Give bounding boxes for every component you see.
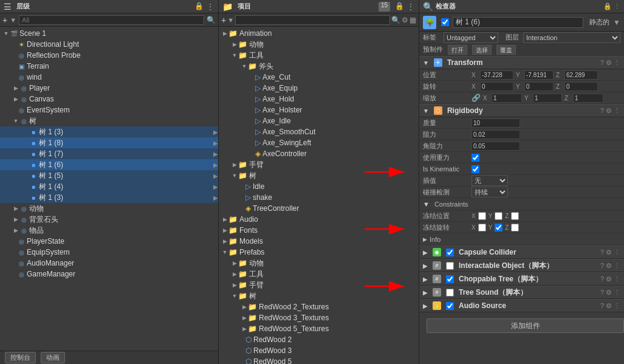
proj-axecut[interactable]: ▷ Axe_Cut bbox=[219, 72, 419, 83]
cc-checkbox[interactable] bbox=[446, 249, 454, 256]
console-btn[interactable]: 控制台 bbox=[5, 352, 36, 363]
kinematic-checkbox[interactable] bbox=[471, 165, 479, 173]
rot-y[interactable] bbox=[524, 82, 554, 91]
tree-item-equipsystem[interactable]: ◎ EquipSystem bbox=[0, 247, 218, 258]
proj-prefabs[interactable]: ▼ 📁 Prefabs bbox=[219, 247, 419, 258]
gravity-checkbox[interactable] bbox=[471, 154, 479, 162]
proj-treectrl[interactable]: ◈ TreeController bbox=[219, 203, 419, 214]
tree-item-1-7[interactable]: ■ 树 1 (7) ▶ bbox=[0, 148, 218, 159]
as-checkbox[interactable] bbox=[446, 302, 454, 310]
rigidbody-menu-icon[interactable]: ⋮ bbox=[614, 107, 620, 115]
tree-item-reflprobe[interactable]: ◎ Reflection Probe bbox=[0, 50, 218, 61]
treesound-header[interactable]: ▶ # Tree Sound（脚本） ? ⚙ ⋮ bbox=[419, 286, 624, 299]
proj-axesmooth[interactable]: ▷ Axe_SmoothCut bbox=[219, 126, 419, 137]
preset-open-btn[interactable]: 打开 bbox=[448, 45, 467, 55]
tree-item-1-3[interactable]: ■ 树 1 (3) ▶ bbox=[0, 126, 218, 137]
tree-item-canvas[interactable]: ▶ ◎ Canvas bbox=[0, 94, 218, 105]
interp-select[interactable]: 无 bbox=[471, 175, 508, 186]
proj-animation[interactable]: ▶ 📁 Animation bbox=[219, 28, 419, 39]
project-menu-icon[interactable]: ⋮ bbox=[406, 2, 415, 12]
add-component-button[interactable]: 添加组件 bbox=[427, 318, 624, 333]
proj-rw2tex[interactable]: ▶ 📁 RedWood 2_Textures bbox=[219, 301, 419, 312]
tree-item-wind[interactable]: ◎ wind bbox=[0, 72, 218, 83]
proj-tools[interactable]: ▼ 📁 工具 bbox=[219, 50, 419, 61]
tree-item-animals[interactable]: ▶ ◎ 动物 bbox=[0, 203, 218, 214]
pos-x[interactable] bbox=[480, 70, 513, 80]
preset-cover-btn[interactable]: 覆盖 bbox=[496, 45, 516, 55]
cc-menu-icon[interactable]: ⋮ bbox=[614, 249, 620, 256]
ts-checkbox[interactable] bbox=[446, 289, 454, 297]
proj-axeidle[interactable]: ▷ Axe_Idle bbox=[219, 115, 419, 126]
mass-input[interactable] bbox=[471, 118, 520, 128]
proj-prefabs-animals[interactable]: ▶ 📁 动物 bbox=[219, 258, 419, 269]
preset-select-btn[interactable]: 选择 bbox=[472, 45, 492, 55]
proj-axectrl[interactable]: ◈ AxeController bbox=[219, 148, 419, 159]
transform-help-icon[interactable]: ? bbox=[600, 59, 604, 67]
as-gear-icon[interactable]: ⚙ bbox=[606, 302, 612, 310]
proj-fonts[interactable]: ▶ 📁 Fonts bbox=[219, 225, 419, 236]
tree-item-1-6[interactable]: ■ 树 1 (6) ▶ bbox=[0, 159, 218, 170]
proj-axehold[interactable]: ▷ Axe_Hold bbox=[219, 94, 419, 105]
cc-help-icon[interactable]: ? bbox=[600, 249, 604, 256]
proj-rw5tex[interactable]: ▶ 📁 RedWood 5_Textures bbox=[219, 323, 419, 334]
hierarchy-search[interactable] bbox=[19, 15, 204, 25]
ct-checkbox[interactable] bbox=[446, 275, 454, 283]
scale-z[interactable] bbox=[573, 94, 603, 103]
as-help-icon[interactable]: ? bbox=[600, 302, 604, 310]
ct-help-icon[interactable]: ? bbox=[600, 275, 604, 283]
rot-z[interactable] bbox=[564, 82, 598, 91]
interactable-header[interactable]: ▶ # Interactable Object（脚本） ? ⚙ ⋮ bbox=[419, 259, 624, 272]
constraints-header[interactable]: ▼ Constraints bbox=[419, 198, 624, 210]
tree-item-1-5[interactable]: ■ 树 1 (5) ▶ bbox=[0, 170, 218, 181]
tree-item-1-4[interactable]: ■ 树 1 (4) ▶ bbox=[0, 181, 218, 192]
animation-btn[interactable]: 动画 bbox=[41, 352, 65, 363]
proj-axe[interactable]: ▼ 📁 斧头 bbox=[219, 61, 419, 72]
proj-prefabs-tree[interactable]: ▼ 📁 树 bbox=[219, 290, 419, 301]
layer-select[interactable]: Interaction bbox=[523, 32, 620, 43]
menu-icon[interactable]: ⋮ bbox=[206, 2, 214, 12]
io-checkbox[interactable] bbox=[446, 262, 454, 270]
proj-models[interactable]: ▶ 📁 Models bbox=[219, 236, 419, 247]
rigidbody-header[interactable]: ▼ ⬡ Rigidbody ? ⚙ ⋮ bbox=[419, 104, 624, 117]
freeze-pos-x[interactable] bbox=[478, 212, 486, 220]
object-name-field[interactable] bbox=[453, 17, 583, 28]
tree-item-audiomgr[interactable]: ◎ AudioManager bbox=[0, 258, 218, 269]
tree-item-scene1[interactable]: ▼ 🎬 Scene 1 bbox=[0, 28, 218, 39]
tree-item-playerstate[interactable]: ◎ PlayerState bbox=[0, 236, 218, 247]
proj-axeswing[interactable]: ▷ Axe_SwingLeft bbox=[219, 137, 419, 148]
proj-axeequip[interactable]: ▷ Axe_Equip bbox=[219, 83, 419, 94]
tree-item-dirlight[interactable]: ☀ Directional Light bbox=[0, 39, 218, 50]
ts-help-icon[interactable]: ? bbox=[600, 289, 604, 297]
io-gear-icon[interactable]: ⚙ bbox=[606, 262, 612, 270]
proj-idle[interactable]: ▷ Idle bbox=[219, 181, 419, 192]
tree-item-goods[interactable]: ▶ ◎ 物品 bbox=[0, 225, 218, 236]
freeze-rot-x[interactable] bbox=[478, 224, 486, 232]
proj-prefabs-tools[interactable]: ▶ 📁 工具 bbox=[219, 269, 419, 280]
transform-menu-icon[interactable]: ⋮ bbox=[614, 59, 620, 67]
ct-gear-icon[interactable]: ⚙ bbox=[606, 275, 612, 283]
ts-menu-icon[interactable]: ⋮ bbox=[614, 289, 620, 297]
proj-rw5[interactable]: ⬡ RedWood 5 bbox=[219, 356, 419, 364]
tag-select[interactable]: Untagged bbox=[444, 32, 498, 43]
static-dropdown-icon[interactable]: ▼ bbox=[613, 18, 620, 27]
rot-x[interactable] bbox=[480, 82, 513, 91]
add-icon[interactable]: + bbox=[2, 15, 7, 25]
transform-gear-icon[interactable]: ⚙ bbox=[606, 59, 612, 67]
tree-item-terrain[interactable]: ▣ Terrain bbox=[0, 61, 218, 72]
scale-y[interactable] bbox=[533, 94, 562, 103]
freeze-rot-z[interactable] bbox=[511, 224, 519, 232]
audiosource-header[interactable]: ▶ ♪ Audio Source ? ⚙ ⋮ bbox=[419, 299, 624, 312]
ts-gear-icon[interactable]: ⚙ bbox=[606, 289, 612, 297]
capsule-collider-header[interactable]: ▶ ◉ Capsule Collider ? ⚙ ⋮ bbox=[419, 246, 624, 259]
proj-rw2[interactable]: ⬡ RedWood 2 bbox=[219, 334, 419, 345]
choppable-header[interactable]: ▶ # Choppable Tree（脚本） ? ⚙ ⋮ bbox=[419, 272, 624, 286]
freeze-rot-y[interactable] bbox=[495, 224, 502, 232]
inspector-menu-icon[interactable]: ⋮ bbox=[614, 2, 620, 10]
pos-z[interactable] bbox=[564, 70, 598, 80]
proj-rw3[interactable]: ⬡ RedWood 3 bbox=[219, 345, 419, 356]
proj-animals[interactable]: ▶ 📁 动物 bbox=[219, 39, 419, 50]
project-filter-icon[interactable]: ⚙ bbox=[402, 16, 408, 24]
as-menu-icon[interactable]: ⋮ bbox=[614, 302, 620, 310]
object-active-checkbox[interactable] bbox=[441, 18, 449, 26]
rigidbody-gear-icon[interactable]: ⚙ bbox=[606, 107, 612, 115]
